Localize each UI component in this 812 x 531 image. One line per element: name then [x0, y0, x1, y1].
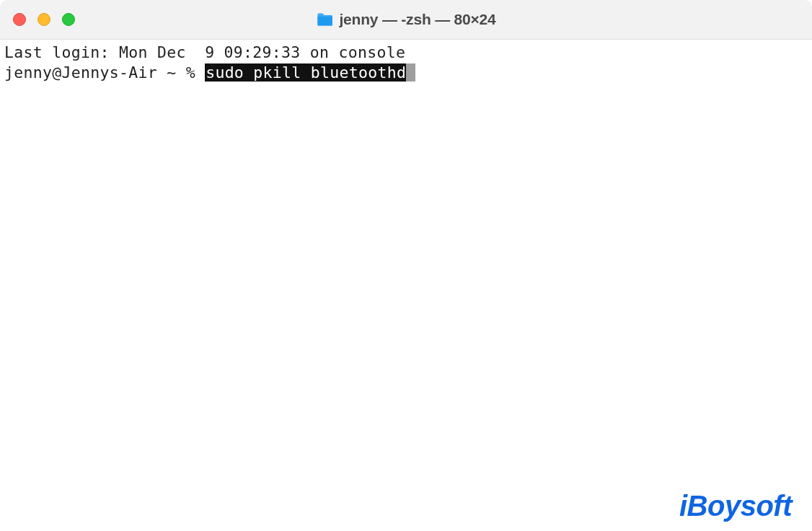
prompt-line: jenny@Jennys-Air ~ % sudo pkill bluetoot…	[4, 63, 808, 83]
title-container: jenny — -zsh — 80×24	[316, 11, 495, 28]
watermark-logo: iBoysoft	[679, 490, 792, 522]
typed-command[interactable]: sudo pkill bluetoothd	[205, 63, 407, 82]
terminal-window: jenny — -zsh — 80×24 Last login: Mon Dec…	[0, 0, 812, 531]
close-button[interactable]	[13, 13, 26, 26]
maximize-button[interactable]	[62, 13, 75, 26]
cursor	[406, 63, 415, 82]
traffic-lights	[13, 13, 75, 26]
watermark-text: iBoysoft	[679, 490, 792, 522]
terminal-body[interactable]: Last login: Mon Dec 9 09:29:33 on consol…	[0, 40, 812, 531]
folder-icon	[316, 12, 333, 27]
shell-prompt: jenny@Jennys-Air ~ %	[4, 63, 205, 82]
last-login-line: Last login: Mon Dec 9 09:29:33 on consol…	[4, 43, 808, 63]
minimize-button[interactable]	[37, 13, 50, 26]
window-title: jenny — -zsh — 80×24	[339, 11, 495, 28]
window-titlebar[interactable]: jenny — -zsh — 80×24	[0, 0, 812, 40]
